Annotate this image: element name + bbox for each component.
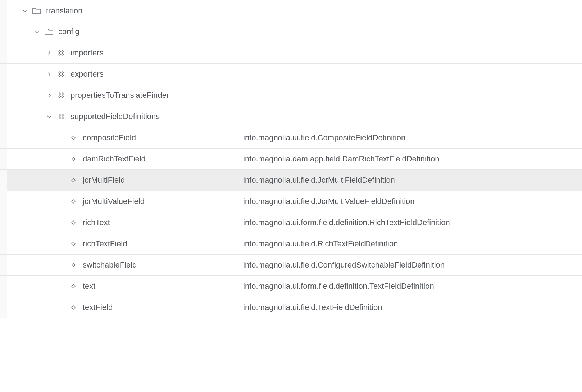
property-icon bbox=[67, 220, 80, 225]
row-gutter bbox=[0, 233, 7, 254]
node-value: info.magnolia.ui.field.JcrMultiValueFiel… bbox=[243, 197, 415, 206]
node-value: info.magnolia.ui.field.CompositeFieldDef… bbox=[243, 133, 405, 142]
tree-row[interactable]: switchableFieldinfo.magnolia.ui.field.Co… bbox=[0, 255, 582, 276]
chevron-down-icon[interactable] bbox=[19, 8, 30, 14]
node-label: propertiesToTranslateFinder bbox=[68, 91, 169, 100]
node-label: exporters bbox=[68, 69, 104, 79]
label-column: propertiesToTranslateFinder bbox=[7, 91, 237, 100]
node-value: info.magnolia.ui.field.RichTextFieldDefi… bbox=[243, 239, 398, 249]
node-label: translation bbox=[43, 6, 83, 15]
value-column: info.magnolia.ui.field.JcrMultiValueFiel… bbox=[237, 197, 582, 206]
tree-row[interactable]: propertiesToTranslateFinder bbox=[0, 85, 582, 106]
node-label: jcrMultiField bbox=[80, 176, 125, 185]
node-value: info.magnolia.dam.app.field.DamRichTextF… bbox=[243, 154, 439, 164]
tree-row[interactable]: jcrMultiFieldinfo.magnolia.ui.field.JcrM… bbox=[0, 170, 582, 191]
value-column: info.magnolia.ui.field.CompositeFieldDef… bbox=[237, 133, 582, 142]
row-gutter bbox=[0, 149, 7, 169]
tree-row[interactable]: jcrMultiValueFieldinfo.magnolia.ui.field… bbox=[0, 191, 582, 212]
tree-row[interactable]: richTextFieldinfo.magnolia.ui.field.Rich… bbox=[0, 233, 582, 255]
content-node-icon bbox=[55, 70, 68, 78]
row-gutter bbox=[0, 106, 7, 127]
row-gutter bbox=[0, 170, 7, 191]
folder-icon bbox=[30, 7, 43, 15]
property-icon bbox=[67, 241, 80, 247]
label-column: compositeField bbox=[7, 133, 237, 142]
row-gutter bbox=[0, 255, 7, 275]
label-column: textField bbox=[7, 303, 237, 312]
tree-row[interactable]: translation bbox=[0, 0, 582, 21]
node-value: info.magnolia.ui.field.ConfiguredSwitcha… bbox=[243, 260, 445, 270]
chevron-down-icon[interactable] bbox=[32, 29, 42, 35]
tree-row[interactable]: damRichTextFieldinfo.magnolia.dam.app.fi… bbox=[0, 149, 582, 170]
content-node-icon bbox=[55, 49, 68, 57]
node-label: jcrMultiValueField bbox=[80, 197, 145, 206]
property-icon bbox=[67, 177, 80, 183]
label-column: jcrMultiValueField bbox=[7, 197, 237, 206]
value-column: info.magnolia.ui.field.TextFieldDefiniti… bbox=[237, 303, 582, 312]
content-node-icon bbox=[55, 91, 68, 100]
value-column: info.magnolia.dam.app.field.DamRichTextF… bbox=[237, 154, 582, 164]
node-value: info.magnolia.ui.form.field.definition.T… bbox=[243, 282, 434, 291]
label-column: text bbox=[7, 282, 237, 291]
node-label: importers bbox=[68, 48, 104, 58]
row-gutter bbox=[0, 0, 7, 21]
tree-row[interactable]: richTextinfo.magnolia.ui.form.field.defi… bbox=[0, 212, 582, 233]
value-column: info.magnolia.ui.form.field.definition.R… bbox=[237, 218, 582, 227]
tree-row[interactable]: textinfo.magnolia.ui.form.field.definiti… bbox=[0, 276, 582, 297]
node-label: switchableField bbox=[80, 260, 137, 270]
node-label: compositeField bbox=[80, 133, 136, 142]
label-column: exporters bbox=[7, 69, 237, 79]
chevron-right-icon[interactable] bbox=[44, 50, 55, 56]
row-gutter bbox=[0, 297, 7, 318]
property-icon bbox=[67, 262, 80, 268]
row-gutter bbox=[0, 191, 7, 212]
label-column: supportedFieldDefinitions bbox=[7, 112, 237, 121]
tree-row[interactable]: exporters bbox=[0, 64, 582, 85]
label-column: jcrMultiField bbox=[7, 176, 237, 185]
folder-icon bbox=[42, 28, 55, 36]
property-icon bbox=[67, 135, 80, 141]
label-column: richTextField bbox=[7, 239, 237, 249]
node-value: info.magnolia.ui.form.field.definition.R… bbox=[243, 218, 450, 227]
node-label: config bbox=[55, 27, 79, 36]
label-column: richText bbox=[7, 218, 237, 227]
tree-row[interactable]: textFieldinfo.magnolia.ui.field.TextFiel… bbox=[0, 297, 582, 318]
label-column: switchableField bbox=[7, 260, 237, 270]
property-icon bbox=[67, 283, 80, 289]
value-column: info.magnolia.ui.field.JcrMultiFieldDefi… bbox=[237, 176, 582, 185]
node-value: info.magnolia.ui.field.TextFieldDefiniti… bbox=[243, 303, 382, 312]
label-column: translation bbox=[7, 6, 237, 15]
node-label: supportedFieldDefinitions bbox=[68, 112, 160, 121]
node-label: damRichTextField bbox=[80, 154, 146, 164]
tree-row[interactable]: supportedFieldDefinitions bbox=[0, 106, 582, 127]
node-label: text bbox=[80, 282, 95, 291]
row-gutter bbox=[0, 64, 7, 85]
row-gutter bbox=[0, 42, 7, 63]
label-column: damRichTextField bbox=[7, 154, 237, 164]
tree-row[interactable]: importers bbox=[0, 42, 582, 64]
config-tree: translationconfigimportersexportersprope… bbox=[0, 0, 582, 318]
chevron-right-icon[interactable] bbox=[44, 71, 55, 77]
tree-row[interactable]: compositeFieldinfo.magnolia.ui.field.Com… bbox=[0, 127, 582, 149]
value-column: info.magnolia.ui.form.field.definition.T… bbox=[237, 282, 582, 291]
label-column: config bbox=[7, 27, 237, 36]
node-label: textField bbox=[80, 303, 113, 312]
node-label: richTextField bbox=[80, 239, 127, 249]
property-icon bbox=[67, 156, 80, 162]
row-gutter bbox=[0, 127, 7, 148]
content-node-icon bbox=[55, 112, 68, 121]
row-gutter bbox=[0, 276, 7, 297]
row-gutter bbox=[0, 212, 7, 233]
chevron-right-icon[interactable] bbox=[44, 92, 55, 98]
row-gutter bbox=[0, 85, 7, 106]
label-column: importers bbox=[7, 48, 237, 58]
row-gutter bbox=[0, 21, 7, 42]
property-icon bbox=[67, 199, 80, 204]
tree-row[interactable]: config bbox=[0, 21, 582, 42]
chevron-down-icon[interactable] bbox=[44, 114, 55, 119]
property-icon bbox=[67, 305, 80, 310]
value-column: info.magnolia.ui.field.RichTextFieldDefi… bbox=[237, 239, 582, 249]
node-value: info.magnolia.ui.field.JcrMultiFieldDefi… bbox=[243, 176, 395, 185]
node-label: richText bbox=[80, 218, 110, 227]
value-column: info.magnolia.ui.field.ConfiguredSwitcha… bbox=[237, 260, 582, 270]
